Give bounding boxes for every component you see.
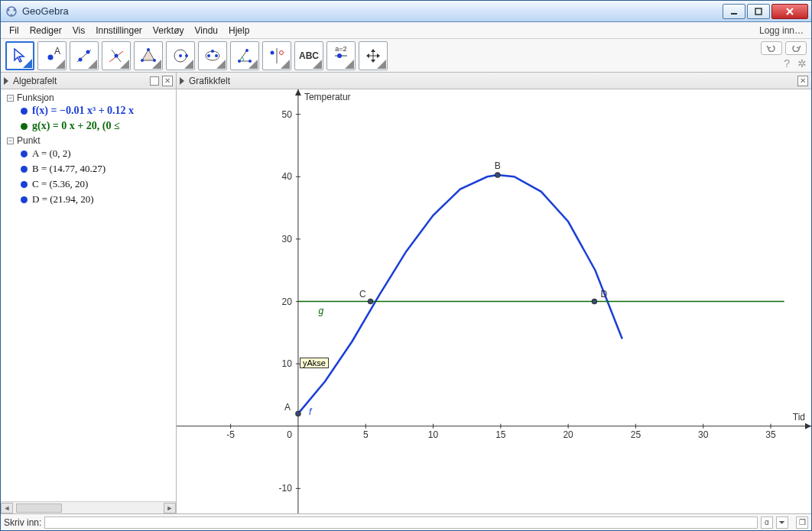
svg-text:30: 30: [282, 234, 293, 244]
algebra-title: Algebrafelt: [13, 76, 147, 86]
svg-text:B: B: [495, 160, 501, 171]
window: GeoGebra Fil Rediger Vis Innstillinger V…: [0, 0, 812, 531]
algebra-panel: Algebrafelt ✕ −Funksjon f(x) = −0.01 x³ …: [1, 73, 177, 513]
group-header[interactable]: −Funksjon: [7, 92, 174, 103]
svg-text:20: 20: [282, 296, 293, 307]
svg-point-24: [207, 54, 210, 57]
svg-point-34: [337, 53, 342, 58]
alg-item-d[interactable]: D = (21.94, 20): [7, 192, 174, 207]
series-f: [298, 175, 622, 413]
tool-perpendicular[interactable]: [102, 41, 131, 70]
svg-rect-5: [755, 8, 762, 15]
dropdown-button[interactable]: ⏷: [776, 516, 788, 529]
svg-text:-10: -10: [279, 483, 293, 494]
svg-point-12: [86, 50, 90, 53]
app-icon: [5, 5, 18, 18]
svg-point-31: [271, 50, 274, 54]
close-button[interactable]: [771, 4, 808, 19]
alg-item-f[interactable]: f(x) = −0.01 x³ + 0.12 x: [7, 103, 174, 118]
tool-polygon[interactable]: [134, 41, 163, 70]
group-header[interactable]: −Punkt: [7, 135, 174, 146]
scroll-right-icon[interactable]: ►: [164, 503, 176, 513]
algebra-body: −Funksjon f(x) = −0.01 x³ + 0.12 x g(x) …: [1, 89, 176, 501]
svg-text:30: 30: [698, 429, 709, 440]
toolbar: A ABC a=2 ? ✲: [1, 39, 811, 73]
point-B: [495, 173, 500, 178]
x-label: Tid: [793, 412, 805, 423]
tool-slider[interactable]: a=2: [326, 41, 356, 70]
svg-text:10: 10: [282, 358, 293, 369]
alg-item-c[interactable]: C = (5.36, 20): [7, 176, 174, 192]
h-scrollbar[interactable]: ◄ ►: [1, 501, 176, 513]
tool-circle[interactable]: [166, 41, 195, 70]
close-icon[interactable]: ✕: [162, 76, 173, 86]
menu-fil[interactable]: Fil: [4, 24, 24, 37]
alg-item-a[interactable]: A = (0, 2): [7, 146, 174, 161]
gear-icon[interactable]: ✲: [797, 57, 807, 70]
popup-button[interactable]: ❐: [796, 516, 808, 529]
svg-point-29: [245, 49, 248, 52]
svg-point-11: [79, 57, 83, 61]
command-input[interactable]: [44, 516, 758, 529]
menu-verktoy[interactable]: Verktøy: [148, 24, 190, 37]
point-C: [368, 299, 373, 304]
svg-point-26: [211, 50, 214, 53]
graphics-title: Grafikkfelt: [189, 76, 794, 86]
help-icon[interactable]: ?: [784, 57, 790, 70]
input-bar: Skriv inn: α ⏷ ❐: [1, 513, 811, 530]
graphics-panel: Grafikkfelt ✕ -55101520253035-1010203040…: [177, 73, 811, 513]
close-icon[interactable]: ✕: [797, 76, 808, 86]
svg-text:0: 0: [287, 429, 292, 440]
svg-point-21: [179, 54, 182, 57]
tool-text[interactable]: ABC: [294, 41, 323, 70]
svg-text:-5: -5: [226, 429, 235, 440]
alg-item-g[interactable]: g(x) = 0 x + 20, (0 ≤: [7, 118, 174, 134]
svg-text:f: f: [309, 406, 313, 417]
scroll-left-icon[interactable]: ◄: [1, 503, 13, 513]
svg-point-22: [185, 54, 188, 57]
svg-point-17: [147, 48, 150, 51]
alg-item-b[interactable]: B = (14.77, 40.27): [7, 161, 174, 176]
group-funksjon: −Funksjon f(x) = −0.01 x³ + 0.12 x g(x) …: [2, 92, 174, 134]
graphics-view[interactable]: -55101520253035-1010203040500TemperaturT…: [177, 89, 811, 513]
svg-text:C: C: [359, 289, 366, 299]
menu-vindu[interactable]: Vindu: [190, 24, 223, 37]
svg-text:25: 25: [631, 429, 641, 440]
point-D: [592, 299, 597, 304]
undo-button[interactable]: [761, 41, 782, 55]
main-area: Algebrafelt ✕ −Funksjon f(x) = −0.01 x³ …: [1, 73, 811, 513]
popout-icon[interactable]: [150, 76, 159, 86]
scroll-thumb[interactable]: [16, 503, 62, 513]
tool-point[interactable]: A: [37, 41, 67, 70]
algebra-header[interactable]: Algebrafelt ✕: [1, 73, 176, 89]
menu-innstillinger[interactable]: Innstillinger: [90, 24, 148, 37]
y-label: Temperatur: [304, 92, 351, 102]
login-link[interactable]: Logg inn…: [755, 24, 808, 37]
chart-svg: -55101520253035-1010203040500TemperaturT…: [177, 89, 811, 513]
tool-ellipse[interactable]: [198, 41, 227, 70]
svg-text:g: g: [318, 306, 323, 316]
redo-button[interactable]: [785, 41, 807, 55]
svg-text:5: 5: [363, 429, 369, 440]
minimize-button[interactable]: [723, 4, 745, 19]
menu-rediger[interactable]: Rediger: [24, 24, 67, 37]
collapse-icon: [4, 77, 8, 85]
menu-hjelp[interactable]: Hjelp: [223, 24, 255, 37]
alpha-button[interactable]: α: [761, 516, 773, 529]
svg-text:A: A: [54, 47, 60, 57]
svg-text:50: 50: [282, 109, 293, 120]
point-A: [295, 411, 300, 416]
maximize-button[interactable]: [747, 4, 770, 19]
tool-pan[interactable]: [359, 41, 388, 70]
window-title: GeoGebra: [22, 5, 721, 17]
tool-reflect[interactable]: [262, 41, 291, 70]
tool-angle[interactable]: [230, 41, 259, 70]
tool-move[interactable]: [5, 41, 34, 70]
titlebar: GeoGebra: [1, 1, 811, 22]
graphics-header[interactable]: Grafikkfelt ✕: [177, 73, 811, 89]
window-controls: [721, 4, 808, 19]
svg-point-15: [115, 53, 119, 57]
axis-tooltip: yAkse: [300, 358, 329, 368]
tool-line[interactable]: [70, 41, 99, 70]
menu-vis[interactable]: Vis: [67, 24, 90, 37]
